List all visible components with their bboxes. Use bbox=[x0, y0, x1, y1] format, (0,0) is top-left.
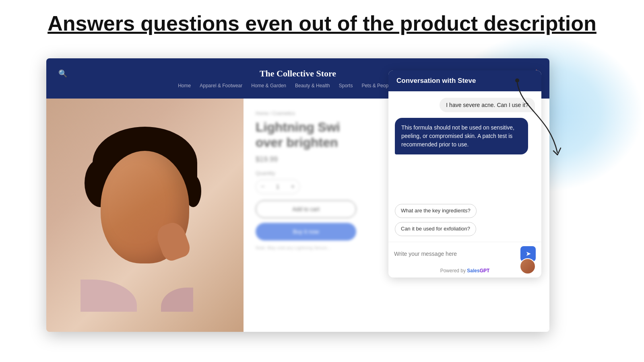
quick-replies: What are the key ingredients? Can it be … bbox=[388, 204, 541, 242]
qty-plus[interactable]: + bbox=[291, 183, 295, 190]
shoulder-right bbox=[161, 288, 193, 312]
nav-beauty[interactable]: Beauty & Health bbox=[295, 83, 330, 88]
nav-home-garden[interactable]: Home & Garden bbox=[251, 83, 286, 88]
model-illustration bbox=[80, 119, 209, 312]
search-icon[interactable]: 🔍 bbox=[58, 69, 67, 78]
product-image-section bbox=[46, 99, 244, 332]
shoulder-left bbox=[80, 280, 137, 312]
qty-minus[interactable]: − bbox=[261, 183, 264, 190]
quick-reply-1[interactable]: What are the key ingredients? bbox=[395, 204, 477, 218]
add-to-cart-button[interactable]: Add to cart bbox=[256, 200, 356, 218]
bot-bubble: This formula should not be used on sensi… bbox=[395, 118, 528, 154]
arrow-graphic bbox=[513, 76, 570, 165]
brand-gpt: GPT bbox=[480, 268, 490, 274]
nav-pets[interactable]: Pets & People bbox=[361, 83, 392, 88]
powered-by: Powered by SalesGPT bbox=[388, 265, 541, 278]
quick-reply-2[interactable]: Can it be used for exfoliation? bbox=[395, 222, 476, 236]
product-image bbox=[46, 99, 244, 332]
send-icon: ➤ bbox=[526, 250, 531, 257]
quantity-control[interactable]: − 1 + bbox=[256, 179, 300, 194]
store-nav: Home Apparel & Footwear Home & Garden Be… bbox=[178, 83, 418, 88]
brand-sales: Sales bbox=[467, 268, 479, 274]
buy-now-button[interactable]: Buy it now bbox=[256, 223, 356, 241]
chat-message-input[interactable] bbox=[394, 251, 516, 257]
avatar bbox=[520, 258, 536, 274]
qty-value: 1 bbox=[276, 183, 279, 190]
nav-apparel[interactable]: Apparel & Footwear bbox=[200, 83, 242, 88]
nav-sports[interactable]: Sports bbox=[339, 83, 353, 88]
svg-point-0 bbox=[515, 78, 519, 82]
product-area: Home / Cosmetics Lightning Swi over brig… bbox=[46, 99, 549, 332]
powered-label: Powered by bbox=[440, 268, 467, 274]
nav-home[interactable]: Home bbox=[178, 83, 191, 88]
browser-window: 🔍 The Collective Store 🛒 Home Apparel & … bbox=[46, 58, 549, 332]
chat-input-area: ➤ bbox=[388, 242, 541, 265]
